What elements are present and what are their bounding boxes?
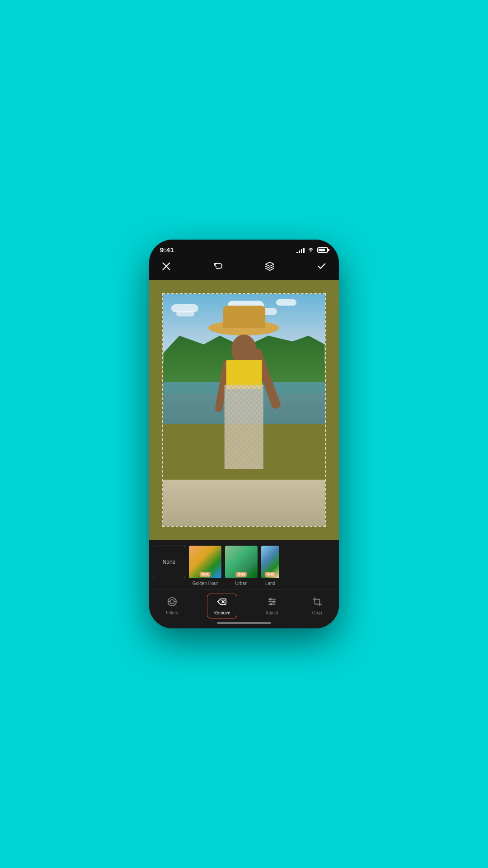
photo-container (162, 293, 325, 527)
undo-button[interactable] (210, 258, 226, 274)
svg-marker-3 (266, 262, 274, 266)
filter-gh3[interactable]: GH3 (261, 546, 279, 578)
filter-gh2-label: Urban (225, 581, 258, 586)
filter-label-row: Golden Hour Urban Land (149, 580, 339, 590)
phone-frame: 9:41 (149, 240, 339, 628)
status-icons (296, 246, 328, 254)
filter-gh3-label: Land (261, 581, 279, 586)
phone-screen: 9:41 (149, 240, 339, 628)
cloud (176, 311, 194, 316)
svg-point-14 (273, 601, 275, 603)
filter-gh1-badge: GH1 (200, 572, 211, 577)
hat-top (223, 306, 265, 328)
bottom-tabs: Filters Remove (149, 590, 339, 620)
photo-scene (163, 294, 324, 526)
signal-icon (296, 247, 305, 253)
svg-point-5 (170, 599, 174, 604)
tab-crop-label: Crop (312, 610, 322, 615)
adjust-icon (267, 597, 277, 609)
layers-button[interactable] (262, 258, 278, 274)
filter-none-label: None (163, 559, 176, 565)
filter-none-spacer (153, 581, 185, 586)
wifi-icon (307, 246, 314, 254)
confirm-button[interactable] (314, 258, 330, 274)
top-toolbar (149, 256, 339, 280)
close-button[interactable] (158, 258, 174, 274)
filter-gh1[interactable]: GH1 (189, 546, 221, 578)
tab-adjust[interactable]: Adjust (260, 595, 284, 617)
svg-point-13 (269, 599, 271, 600)
tab-remove[interactable]: Remove (207, 594, 237, 618)
filter-row: None GH1 GH2 GH3 (149, 540, 339, 580)
filter-gh2-badge: GH2 (236, 572, 247, 577)
body-mid (225, 385, 263, 468)
tab-filters-label: Filters (166, 610, 178, 615)
tab-crop[interactable]: Crop (307, 595, 328, 617)
person-layer (200, 306, 288, 515)
filter-none[interactable]: None (153, 546, 185, 578)
crop-icon (312, 597, 322, 609)
filter-gh1-label: Golden Hour (189, 581, 221, 586)
remove-icon (217, 597, 227, 609)
bottom-panel: None GH1 GH2 GH3 Golden Hour Urban (149, 540, 339, 628)
tab-filters[interactable]: Filters (160, 595, 183, 617)
svg-point-15 (270, 604, 272, 605)
canvas-area[interactable] (149, 280, 339, 540)
status-bar: 9:41 (149, 240, 339, 256)
tab-remove-label: Remove (214, 610, 230, 615)
battery-icon (317, 247, 328, 253)
svg-point-0 (310, 251, 311, 252)
filter-gh2[interactable]: GH2 (225, 546, 258, 578)
tab-adjust-label: Adjust (266, 610, 278, 615)
filter-gh3-badge: GH3 (265, 572, 276, 577)
filters-icon (167, 597, 177, 609)
cloud (276, 299, 296, 306)
home-indicator (217, 622, 271, 624)
status-time: 9:41 (160, 246, 174, 254)
